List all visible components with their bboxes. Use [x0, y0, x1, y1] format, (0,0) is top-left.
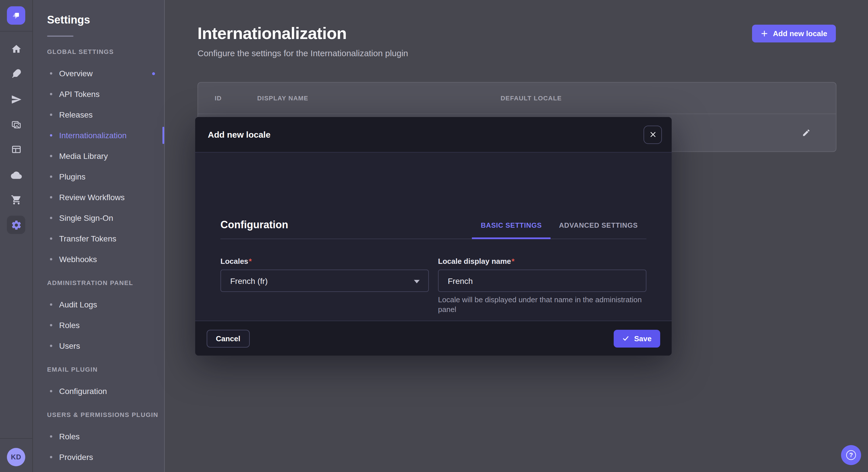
tab-basic-settings[interactable]: BASIC SETTINGS: [472, 219, 551, 239]
configuration-heading: Configuration: [220, 219, 288, 231]
column-default-locale: DEFAULT LOCALE: [501, 82, 562, 114]
bullet-icon: [50, 390, 52, 392]
bullet-icon: [50, 258, 52, 260]
nav-item-overview[interactable]: Overview: [33, 63, 164, 84]
nav-item-label: Configuration: [59, 386, 107, 396]
close-button[interactable]: [644, 125, 662, 144]
nav-item-single-sign-on[interactable]: Single Sign-On: [33, 208, 164, 228]
nav-item-internationalization[interactable]: Internationalization: [33, 125, 164, 146]
nav-item-label: Review Workflows: [59, 193, 125, 202]
bullet-icon: [50, 175, 52, 178]
nav-item-label: Roles: [59, 432, 80, 441]
nav-title-divider: [47, 36, 73, 37]
nav-item-label: Roles: [59, 321, 80, 330]
locales-label: Locales*: [220, 257, 429, 266]
check-icon: [622, 335, 629, 342]
locales-select[interactable]: French (fr): [220, 270, 429, 292]
display-name-hint: Locale will be displayed under that name…: [438, 295, 646, 314]
settings-nav: Settings GLOBAL SETTINGS Overview API To…: [33, 0, 165, 472]
strapi-logo[interactable]: [7, 6, 25, 25]
nav-item-api-tokens[interactable]: API Tokens: [33, 84, 164, 104]
nav-item-transfer-tokens[interactable]: Transfer Tokens: [33, 228, 164, 249]
bullet-icon: [50, 72, 52, 74]
display-name-value: French: [448, 276, 473, 285]
nav-item-webhooks[interactable]: Webhooks: [33, 249, 164, 270]
fields-row: Locales* French (fr) Locale display name…: [220, 257, 646, 314]
pencil-icon: [802, 129, 810, 137]
modal-body: Configuration BASIC SETTINGS ADVANCED SE…: [195, 153, 672, 321]
nav-section: USERS & PERMISSIONS PLUGIN Roles Provide…: [33, 411, 164, 467]
nav-item-label: Single Sign-On: [59, 213, 113, 223]
nav-item-providers[interactable]: Providers: [33, 447, 164, 467]
page-subtitle: Configure the settings for the Internati…: [197, 48, 408, 58]
nav-section-label: GLOBAL SETTINGS: [47, 48, 164, 55]
content-type-builder-icon[interactable]: [5, 138, 28, 161]
modal-header: Add new locale: [195, 117, 672, 153]
nav-section: ADMINISTRATION PANEL Audit Logs Roles Us…: [33, 279, 164, 356]
bullet-icon: [50, 324, 52, 326]
marketplace-cart-icon[interactable]: [5, 188, 28, 211]
bullet-icon: [50, 113, 52, 116]
display-name-label: Locale display name*: [438, 257, 646, 266]
notification-dot: [152, 72, 155, 75]
locales-field: Locales* French (fr): [220, 257, 429, 314]
media-library-icon[interactable]: [5, 113, 28, 136]
add-locale-modal: Add new locale Configuration BASIC SETTI…: [195, 117, 672, 356]
nav-item-label: Webhooks: [59, 255, 97, 264]
save-button[interactable]: Save: [613, 330, 660, 347]
modal-title: Add new locale: [208, 130, 270, 139]
nav-item-label: Media Library: [59, 151, 108, 161]
bullet-icon: [50, 134, 52, 136]
nav-item-roles[interactable]: Roles: [33, 315, 164, 336]
icon-rail: KD: [0, 0, 33, 472]
nav-item-roles[interactable]: Roles: [33, 426, 164, 447]
strapi-admin: KD Settings GLOBAL SETTINGS Overview API…: [0, 0, 868, 472]
nav-section-label: EMAIL PLUGIN: [47, 366, 164, 373]
chevron-down-icon: [414, 279, 420, 283]
send-plane-icon[interactable]: [5, 88, 28, 111]
edit-locale-button[interactable]: [799, 126, 813, 140]
nav-item-releases[interactable]: Releases: [33, 104, 164, 125]
cancel-button[interactable]: Cancel: [207, 330, 249, 347]
nav-item-users[interactable]: Users: [33, 336, 164, 356]
bullet-icon: [50, 196, 52, 198]
table-header-row: ID DISPLAY NAME DEFAULT LOCALE: [198, 82, 836, 114]
strapi-logo-icon: [10, 10, 22, 21]
nav-title: Settings: [47, 14, 90, 26]
bullet-icon: [50, 237, 52, 240]
content-feather-icon[interactable]: [5, 62, 28, 85]
nav-section-label: USERS & PERMISSIONS PLUGIN: [47, 411, 164, 418]
required-asterisk: *: [249, 257, 252, 266]
nav-item-label: Plugins: [59, 172, 86, 181]
display-name-input[interactable]: French: [438, 270, 646, 292]
plus-icon: [761, 30, 768, 37]
bullet-icon: [50, 345, 52, 347]
nav-item-audit-logs[interactable]: Audit Logs: [33, 294, 164, 315]
help-button[interactable]: ?: [841, 445, 861, 465]
nav-section-label: ADMINISTRATION PANEL: [47, 279, 164, 286]
question-mark-icon: ?: [846, 450, 856, 460]
bullet-icon: [50, 456, 52, 458]
nav-item-media-library[interactable]: Media Library: [33, 146, 164, 166]
tab-advanced-settings[interactable]: ADVANCED SETTINGS: [550, 219, 646, 239]
bullet-icon: [50, 155, 52, 157]
close-icon: [650, 131, 656, 138]
cloud-icon[interactable]: [5, 164, 28, 187]
nav-item-label: Releases: [59, 110, 93, 119]
bullet-icon: [50, 93, 52, 95]
nav-item-review-workflows[interactable]: Review Workflows: [33, 187, 164, 208]
user-avatar[interactable]: KD: [7, 448, 25, 466]
nav-item-configuration[interactable]: Configuration: [33, 381, 164, 401]
nav-item-label: Users: [59, 341, 80, 350]
nav-item-label: Transfer Tokens: [59, 234, 116, 243]
nav-item-label: Providers: [59, 452, 93, 462]
nav-item-label: Overview: [59, 69, 93, 78]
nav-item-label: Audit Logs: [59, 300, 97, 309]
column-display-name: DISPLAY NAME: [257, 82, 308, 114]
add-new-locale-button[interactable]: Add new locale: [752, 25, 836, 42]
settings-gear-icon[interactable]: [7, 216, 25, 234]
nav-item-plugins[interactable]: Plugins: [33, 166, 164, 187]
home-icon[interactable]: [5, 37, 28, 60]
modal-footer: Cancel Save: [195, 321, 672, 356]
tabs: BASIC SETTINGS ADVANCED SETTINGS: [472, 219, 646, 239]
